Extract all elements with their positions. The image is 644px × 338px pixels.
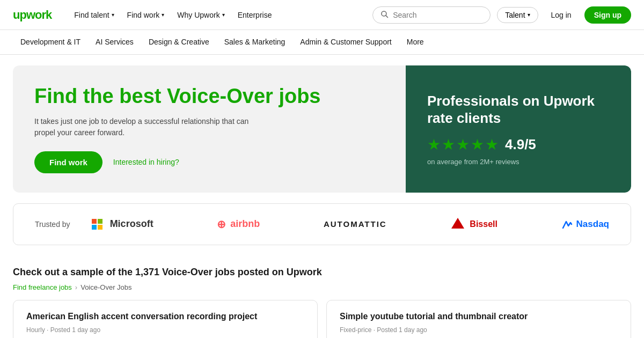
airbnb-icon: ⊕ — [217, 218, 226, 231]
search-bar — [372, 6, 491, 24]
trusted-label: Trusted by — [35, 220, 70, 229]
automattic-logo: AUTOMATTIC — [324, 219, 387, 229]
svg-line-1 — [386, 15, 388, 17]
hero-section: Find the best Voice-Over jobs It takes j… — [13, 65, 631, 193]
job-card-meta: Fixed-price · Posted 1 day ago — [340, 326, 618, 334]
hero-right-title: Professionals on Upwork rate clients — [427, 92, 610, 127]
hero-title: Find the best Voice-Over jobs — [34, 85, 384, 108]
job-cards-container: American English accent conversation rec… — [13, 300, 631, 338]
job-card-title: American English accent conversation rec… — [26, 311, 304, 322]
hero-subtitle: It takes just one job to develop a succe… — [34, 116, 249, 138]
chevron-down-icon: ▾ — [162, 12, 164, 18]
signup-button[interactable]: Sign up — [584, 6, 631, 24]
cat-ai-services[interactable]: AI Services — [88, 30, 141, 54]
trusted-section: Trusted by Microsoft ⊕ airbnb AUTOMATTIC… — [13, 203, 631, 245]
cat-sales-marketing[interactable]: Sales & Marketing — [217, 30, 293, 54]
chevron-down-icon: ▾ — [222, 12, 225, 18]
job-card[interactable]: American English accent conversation rec… — [13, 300, 318, 338]
talent-dropdown[interactable]: Talent ▾ — [497, 7, 538, 23]
bissell-logo: Bissell — [450, 217, 497, 232]
job-card[interactable]: Simple youtube tutorial and thumbnail cr… — [326, 300, 631, 338]
login-button[interactable]: Log in — [545, 8, 578, 23]
microsoft-grid-icon — [92, 219, 103, 230]
svg-marker-2 — [451, 218, 464, 229]
nav-why-upwork[interactable]: Why Upwork ▾ — [172, 8, 230, 23]
brand-logos: Microsoft ⊕ airbnb AUTOMATTIC Bissell Na… — [92, 217, 609, 232]
find-work-button[interactable]: Find work — [34, 151, 103, 173]
job-card-meta: Hourly · Posted 1 day ago — [26, 326, 304, 334]
rating-subtitle: on average from 2M+ reviews — [427, 158, 610, 166]
breadcrumb-find-jobs-link[interactable]: Find freelance jobs — [13, 283, 72, 291]
chevron-down-icon: ▾ — [528, 12, 530, 18]
cat-more[interactable]: More — [399, 30, 431, 54]
breadcrumb: Find freelance jobs › Voice-Over Jobs — [13, 283, 631, 291]
bissell-icon — [450, 217, 465, 232]
nav-find-talent[interactable]: Find talent ▾ — [69, 8, 119, 23]
nav-enterprise[interactable]: Enterprise — [232, 8, 277, 23]
hero-actions: Find work Interested in hiring? — [34, 151, 384, 173]
star-rating-icon: ★★★★★ — [427, 136, 500, 153]
cat-admin-support[interactable]: Admin & Customer Support — [292, 30, 399, 54]
chevron-down-icon: ▾ — [112, 12, 114, 18]
job-card-title: Simple youtube tutorial and thumbnail cr… — [340, 311, 618, 322]
nav-find-work[interactable]: Find work ▾ — [122, 8, 170, 23]
nasdaq-logo: Nasdaq — [561, 218, 609, 230]
search-input[interactable] — [393, 11, 482, 19]
interested-in-hiring-link[interactable]: Interested in hiring? — [113, 158, 179, 166]
rating-row: ★★★★★ 4.9/5 — [427, 136, 610, 153]
sample-jobs-section: Check out a sample of the 1,371 Voice-Ov… — [0, 256, 644, 338]
nav-links: Find talent ▾ Find work ▾ Why Upwork ▾ E… — [69, 8, 277, 23]
hero-right-panel: Professionals on Upwork rate clients ★★★… — [406, 65, 631, 193]
nav-right: Talent ▾ Log in Sign up — [372, 6, 631, 24]
search-icon — [380, 10, 389, 20]
breadcrumb-separator: › — [75, 283, 77, 291]
nasdaq-icon — [561, 218, 573, 230]
sample-jobs-heading: Check out a sample of the 1,371 Voice-Ov… — [13, 267, 631, 278]
airbnb-logo: ⊕ airbnb — [217, 218, 260, 231]
breadcrumb-current: Voice-Over Jobs — [80, 283, 131, 291]
rating-number: 4.9/5 — [505, 136, 536, 153]
cat-design-creative[interactable]: Design & Creative — [141, 30, 217, 54]
category-nav: Development & IT AI Services Design & Cr… — [0, 30, 644, 55]
hero-left: Find the best Voice-Over jobs It takes j… — [13, 65, 406, 193]
upwork-logo[interactable]: upwork — [13, 8, 52, 22]
cat-dev-it[interactable]: Development & IT — [13, 30, 88, 54]
microsoft-logo: Microsoft — [92, 218, 153, 230]
navbar: upwork Find talent ▾ Find work ▾ Why Upw… — [0, 0, 644, 30]
